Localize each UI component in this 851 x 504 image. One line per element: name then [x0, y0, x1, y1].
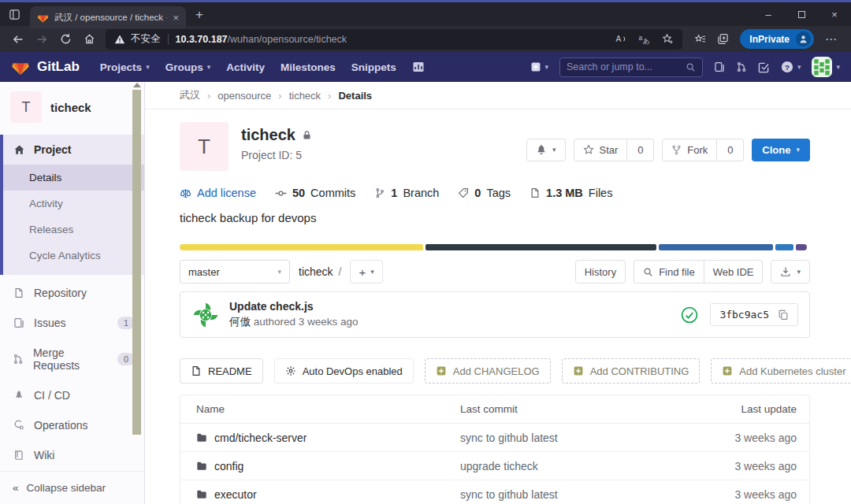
notifications-button[interactable]: ▾	[526, 139, 566, 161]
sidebar-subitem-details[interactable]: Details	[3, 165, 144, 191]
translate-icon[interactable]: aあ	[638, 33, 650, 45]
star-button[interactable]: Star	[574, 139, 628, 161]
stat-number: 0	[474, 187, 481, 199]
close-button[interactable]: ×	[818, 2, 851, 26]
scrollbar-thumb[interactable]	[132, 90, 141, 435]
sidebar-item-operations[interactable]: Operations	[3, 410, 144, 440]
global-search[interactable]	[559, 57, 703, 77]
history-button[interactable]: History	[575, 260, 626, 284]
stat-number: 50	[292, 187, 305, 199]
issues-icon[interactable]	[714, 61, 725, 72]
navbar-link-activity[interactable]: Activity	[218, 52, 273, 82]
branch-name: master	[188, 266, 220, 278]
readme-button[interactable]: README	[180, 358, 263, 384]
stat-branch[interactable]: 1Branch	[374, 187, 439, 199]
home-icon[interactable]	[77, 28, 101, 50]
inprivate-badge[interactable]: InPrivate	[740, 29, 814, 49]
breadcrumb-item[interactable]: opensource	[217, 90, 271, 102]
sidebar-item-repository[interactable]: Repository	[3, 278, 144, 308]
back-icon[interactable]	[6, 28, 30, 50]
help-menu[interactable]: ? ▾	[781, 61, 801, 73]
navbar-link-snippets[interactable]: Snippets	[344, 52, 404, 82]
add-changelog-button[interactable]: Add CHANGELOG	[425, 358, 551, 384]
address-bar[interactable]: 不安全 10.3.70.187/wuhan/opensource/ticheck…	[106, 29, 682, 50]
fork-button[interactable]: Fork	[662, 139, 717, 161]
add-file-button[interactable]: + ▾	[350, 260, 382, 284]
minimize-button[interactable]: –	[752, 2, 785, 26]
stat-commits[interactable]: 50Commits	[275, 187, 355, 199]
avatar	[812, 57, 832, 77]
sidebar-subitem-activity[interactable]: Activity	[3, 191, 144, 217]
add-favorite-icon[interactable]	[662, 33, 674, 45]
sidebar-item-ci-cd[interactable]: CI / CD	[3, 380, 144, 410]
star-label: Star	[600, 144, 619, 156]
sidebar-subitem-cycle-analytics[interactable]: Cycle Analytics	[3, 243, 144, 269]
sidebar-scrollbar[interactable]	[132, 83, 142, 439]
file-name-cell[interactable]: cmd/ticheck-server	[196, 432, 460, 444]
collections-icon[interactable]	[717, 33, 729, 45]
sidebar-item-merge-requests[interactable]: Merge Requests0	[3, 338, 144, 380]
gitlab-logo[interactable]: GitLab	[11, 57, 80, 76]
todos-icon[interactable]	[758, 61, 770, 73]
sidebar-item-issues[interactable]: Issues1	[3, 308, 144, 338]
collapse-sidebar-button[interactable]: « Collapse sidebar	[0, 471, 144, 504]
fork-count[interactable]: 0	[717, 139, 744, 161]
security-chip[interactable]: 不安全	[114, 32, 161, 46]
add-kubernetes-cluster-button[interactable]: Add Kubernetes cluster	[711, 358, 851, 384]
folder-icon	[196, 432, 207, 443]
merge-requests-icon[interactable]	[736, 61, 747, 72]
clone-button[interactable]: Clone ▾	[752, 139, 810, 161]
file-name-cell[interactable]: executor	[196, 488, 460, 501]
stat-add-license[interactable]: Add license	[180, 187, 256, 199]
download-button[interactable]: ▾	[771, 260, 810, 284]
navbar-link-milestones[interactable]: Milestones	[273, 52, 344, 82]
sidebar-item-wiki[interactable]: Wiki	[3, 440, 144, 470]
sidebar-subitem-releases[interactable]: Releases	[3, 217, 144, 243]
commit-sha: 3fbc9ac5	[719, 309, 769, 321]
commit-author[interactable]: 何傲	[229, 316, 251, 328]
branch-selector[interactable]: master ▾	[180, 260, 290, 284]
add-contributing-button[interactable]: Add CONTRIBUTING	[562, 358, 700, 384]
user-menu[interactable]: ▾	[812, 57, 840, 77]
new-tab-button[interactable]: +	[195, 7, 203, 23]
sidebar-project-title[interactable]: T ticheck	[0, 82, 144, 132]
svg-text:A: A	[616, 35, 622, 43]
breadcrumb-item[interactable]: ticheck	[289, 90, 321, 102]
charts-icon[interactable]	[404, 61, 433, 73]
file-name-cell[interactable]: config	[196, 460, 460, 472]
navbar-link-groups[interactable]: Groups▾	[158, 52, 219, 82]
fork-label: Fork	[687, 144, 708, 156]
sidebar: T ticheck ProjectDetailsActivityReleases…	[0, 82, 145, 504]
breadcrumb-item[interactable]: 武汉	[180, 88, 200, 102]
browser-tab[interactable]: 武汉 / opensource / ticheck · Gi ×	[30, 6, 186, 28]
scroll-up-icon[interactable]	[133, 83, 141, 87]
maximize-button[interactable]	[785, 2, 818, 26]
copy-icon[interactable]	[778, 309, 789, 321]
web-ide-button[interactable]: Web IDE	[704, 260, 764, 284]
find-file-button[interactable]: Find file	[634, 260, 704, 284]
navbar-link-projects[interactable]: Projects▾	[92, 52, 158, 82]
file-commit-message[interactable]: upgrade ticheck	[460, 460, 671, 472]
tanuki-icon	[11, 57, 30, 76]
stat-tags[interactable]: 0Tags	[458, 187, 511, 199]
doc-icon	[13, 287, 25, 298]
tree-root-link[interactable]: ticheck	[299, 265, 333, 278]
search-input[interactable]	[567, 61, 681, 72]
commit-title[interactable]: Update check.js	[229, 300, 359, 313]
favorites-icon[interactable]	[694, 33, 706, 45]
new-menu-button[interactable]: ▾	[530, 61, 548, 72]
star-count[interactable]: 0	[627, 139, 654, 161]
tab-actions-icon[interactable]	[9, 9, 20, 20]
url-host: 10.3.70.187	[176, 34, 228, 45]
pipeline-status-icon[interactable]	[681, 306, 698, 324]
auto-devops-enabled-button[interactable]: Auto DevOps enabled	[274, 358, 414, 384]
refresh-icon[interactable]	[54, 28, 77, 50]
file-commit-message[interactable]: sync to github latest	[460, 432, 671, 444]
sidebar-item-project[interactable]: Project	[3, 135, 144, 165]
tab-close-icon[interactable]: ×	[173, 12, 179, 24]
file-commit-message[interactable]: sync to github latest	[460, 488, 671, 501]
stat-files[interactable]: 1.3 MBFiles	[530, 187, 612, 199]
read-aloud-icon[interactable]: A	[615, 33, 626, 45]
browser-menu-icon[interactable]: ⋯	[825, 32, 838, 46]
forward-icon[interactable]	[30, 28, 54, 50]
